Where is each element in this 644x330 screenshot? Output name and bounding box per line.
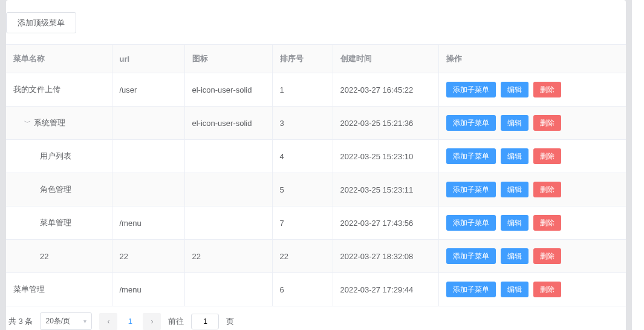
table-row: 角色管理52022-03-25 15:23:11添加子菜单编辑删除 <box>6 173 626 206</box>
delete-button[interactable]: 删除 <box>533 282 561 297</box>
delete-button[interactable]: 删除 <box>533 182 561 197</box>
name-wrap: ﹀系统管理 <box>13 118 65 127</box>
cell-url: /menu <box>112 273 184 306</box>
cell-sort: 6 <box>272 273 333 306</box>
expand-icon[interactable]: ﹀ <box>24 118 30 127</box>
edit-button[interactable]: 编辑 <box>501 248 529 264</box>
add-child-button[interactable]: 添加子菜单 <box>446 115 496 131</box>
pager: ‹ 1 › <box>99 313 161 330</box>
table-row: 用户列表42022-03-25 15:23:10添加子菜单编辑删除 <box>6 140 626 173</box>
add-child-button[interactable]: 添加子菜单 <box>446 215 496 231</box>
pager-prev-button[interactable]: ‹ <box>99 313 117 330</box>
cell-ops: 添加子菜单编辑删除 <box>438 140 626 173</box>
delete-button[interactable]: 删除 <box>533 248 561 264</box>
row-name: 菜单管理 <box>13 285 45 294</box>
add-child-button[interactable]: 添加子菜单 <box>446 282 496 297</box>
cell-name: 菜单管理 <box>6 206 112 240</box>
menu-panel: 添加顶级菜单 菜单名称 url 图标 排序号 创建时间 操作 我的文件上传/us… <box>6 0 626 330</box>
delete-button[interactable]: 删除 <box>533 215 561 231</box>
cell-url: /user <box>112 73 184 107</box>
cell-ops: 添加子菜单编辑删除 <box>438 173 626 206</box>
edit-button[interactable]: 编辑 <box>501 215 529 231</box>
cell-icon: el-icon-user-solid <box>184 73 272 107</box>
add-child-button[interactable]: 添加子菜单 <box>446 148 496 164</box>
col-header-url: url <box>112 45 184 73</box>
cell-sort: 22 <box>272 240 333 273</box>
cell-name: 我的文件上传 <box>6 73 112 107</box>
name-wrap: 用户列表 <box>13 151 71 160</box>
chevron-down-icon: ▾ <box>83 318 86 325</box>
col-header-ops: 操作 <box>438 45 626 73</box>
window-edge <box>632 0 644 330</box>
edit-button[interactable]: 编辑 <box>501 148 529 164</box>
cell-icon: 22 <box>184 240 272 273</box>
pager-next-button[interactable]: › <box>143 313 161 330</box>
table-row: 我的文件上传/userel-icon-user-solid12022-03-27… <box>6 73 626 107</box>
row-name: 系统管理 <box>34 118 65 127</box>
cell-name: ﹀系统管理 <box>6 107 112 140</box>
delete-button[interactable]: 删除 <box>533 148 561 164</box>
cell-url: /menu <box>112 206 184 240</box>
table-row: 菜单管理/menu72022-03-27 17:43:56添加子菜单编辑删除 <box>6 206 626 240</box>
pagination-total: 共 3 条 <box>8 316 33 327</box>
toolbar: 添加顶级菜单 <box>6 0 626 44</box>
table-row: ﹀系统管理el-icon-user-solid32022-03-25 15:21… <box>6 107 626 140</box>
cell-icon <box>184 273 272 306</box>
name-wrap: 22 <box>13 252 48 261</box>
delete-button[interactable]: 删除 <box>533 82 561 97</box>
jump-label-prefix: 前往 <box>168 316 184 327</box>
cell-sort: 5 <box>272 173 333 206</box>
pagination: 共 3 条 20条/页 ▾ ‹ 1 › 前往 页 <box>6 306 626 330</box>
edit-button[interactable]: 编辑 <box>501 115 529 131</box>
edit-button[interactable]: 编辑 <box>501 282 529 297</box>
cell-name: 菜单管理 <box>6 273 112 306</box>
cell-icon <box>184 173 272 206</box>
cell-created: 2022-03-25 15:21:36 <box>333 107 438 140</box>
col-header-name: 菜单名称 <box>6 45 112 73</box>
cell-name: 用户列表 <box>6 140 112 173</box>
cell-url <box>112 173 184 206</box>
cell-created: 2022-03-25 15:23:11 <box>333 173 438 206</box>
cell-ops: 添加子菜单编辑删除 <box>438 107 626 140</box>
edit-button[interactable]: 编辑 <box>501 82 529 97</box>
cell-created: 2022-03-27 18:32:08 <box>333 240 438 273</box>
cell-ops: 添加子菜单编辑删除 <box>438 73 626 107</box>
jump-label-suffix: 页 <box>226 316 234 327</box>
name-wrap: 角色管理 <box>13 185 71 194</box>
col-header-icon: 图标 <box>184 45 272 73</box>
menu-table: 菜单名称 url 图标 排序号 创建时间 操作 我的文件上传/userel-ic… <box>6 44 626 306</box>
row-name: 角色管理 <box>40 185 71 194</box>
add-top-menu-button[interactable]: 添加顶级菜单 <box>6 12 76 33</box>
cell-ops: 添加子菜单编辑删除 <box>438 206 626 240</box>
cell-icon <box>184 206 272 240</box>
col-header-sort: 排序号 <box>272 45 333 73</box>
cell-name: 22 <box>6 240 112 273</box>
cell-ops: 添加子菜单编辑删除 <box>438 273 626 306</box>
cell-name: 角色管理 <box>6 173 112 206</box>
cell-created: 2022-03-27 16:45:22 <box>333 73 438 107</box>
row-name: 用户列表 <box>40 151 71 160</box>
col-header-created: 创建时间 <box>333 45 438 73</box>
cell-ops: 添加子菜单编辑删除 <box>438 240 626 273</box>
cell-sort: 4 <box>272 140 333 173</box>
page-size-select[interactable]: 20条/页 ▾ <box>40 312 92 330</box>
row-name: 22 <box>40 252 48 261</box>
name-wrap: 菜单管理 <box>13 285 45 294</box>
cell-created: 2022-03-25 15:23:10 <box>333 140 438 173</box>
add-child-button[interactable]: 添加子菜单 <box>446 82 496 97</box>
add-child-button[interactable]: 添加子菜单 <box>446 182 496 197</box>
jump-page-input[interactable] <box>191 314 219 329</box>
cell-sort: 7 <box>272 206 333 240</box>
cell-sort: 1 <box>272 73 333 107</box>
pager-page-1[interactable]: 1 <box>121 313 139 330</box>
add-child-button[interactable]: 添加子菜单 <box>446 248 496 264</box>
cell-url: 22 <box>112 240 184 273</box>
table-row: 菜单管理/menu62022-03-27 17:29:44添加子菜单编辑删除 <box>6 273 626 306</box>
table-header-row: 菜单名称 url 图标 排序号 创建时间 操作 <box>6 45 626 73</box>
cell-icon: el-icon-user-solid <box>184 107 272 140</box>
cell-icon <box>184 140 272 173</box>
edit-button[interactable]: 编辑 <box>501 182 529 197</box>
name-wrap: 菜单管理 <box>13 218 71 227</box>
delete-button[interactable]: 删除 <box>533 115 561 131</box>
cell-created: 2022-03-27 17:43:56 <box>333 206 438 240</box>
